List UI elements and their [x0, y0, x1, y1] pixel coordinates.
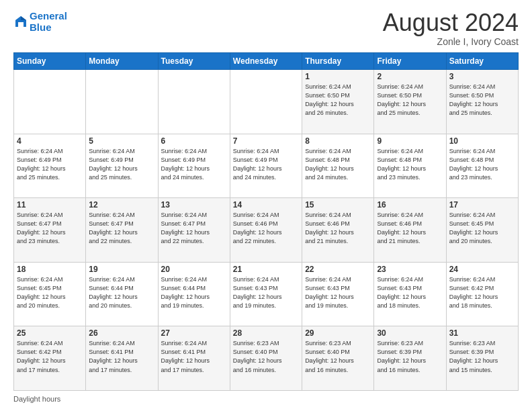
calendar-day-header: Monday	[86, 53, 158, 70]
day-info: Sunrise: 6:24 AM Sunset: 6:47 PM Dayligh…	[89, 211, 154, 246]
day-info: Sunrise: 6:24 AM Sunset: 6:50 PM Dayligh…	[449, 83, 515, 118]
day-number: 30	[377, 328, 443, 338]
day-info: Sunrise: 6:24 AM Sunset: 6:43 PM Dayligh…	[305, 275, 371, 310]
day-info: Sunrise: 6:24 AM Sunset: 6:46 PM Dayligh…	[305, 211, 371, 246]
day-info: Sunrise: 6:24 AM Sunset: 6:42 PM Dayligh…	[17, 339, 83, 374]
day-info: Sunrise: 6:24 AM Sunset: 6:43 PM Dayligh…	[377, 275, 443, 310]
calendar-cell: 4Sunrise: 6:24 AM Sunset: 6:49 PM Daylig…	[14, 134, 86, 198]
day-number: 19	[89, 265, 154, 274]
calendar-cell: 13Sunrise: 6:24 AM Sunset: 6:47 PM Dayli…	[158, 198, 230, 263]
calendar-cell	[230, 70, 302, 134]
svg-marker-1	[21, 16, 26, 20]
calendar-cell: 30Sunrise: 6:23 AM Sunset: 6:39 PM Dayli…	[374, 326, 446, 391]
calendar-cell	[86, 70, 158, 134]
calendar-cell	[14, 70, 86, 134]
calendar-cell: 20Sunrise: 6:24 AM Sunset: 6:44 PM Dayli…	[158, 262, 230, 326]
calendar-day-header: Friday	[374, 53, 446, 70]
calendar-cell: 31Sunrise: 6:23 AM Sunset: 6:39 PM Dayli…	[446, 326, 518, 391]
day-info: Sunrise: 6:24 AM Sunset: 6:44 PM Dayligh…	[161, 275, 227, 310]
day-number: 1	[305, 72, 371, 81]
calendar-day-header: Sunday	[14, 53, 86, 70]
calendar-day-header: Thursday	[302, 53, 374, 70]
calendar-cell: 29Sunrise: 6:23 AM Sunset: 6:40 PM Dayli…	[302, 326, 374, 391]
day-number: 10	[449, 136, 515, 146]
calendar-cell: 21Sunrise: 6:24 AM Sunset: 6:43 PM Dayli…	[230, 262, 302, 326]
day-number: 3	[449, 72, 515, 81]
day-number: 2	[377, 72, 443, 81]
calendar-cell: 11Sunrise: 6:24 AM Sunset: 6:47 PM Dayli…	[14, 198, 86, 263]
calendar-day-header: Tuesday	[158, 53, 230, 70]
day-info: Sunrise: 6:24 AM Sunset: 6:49 PM Dayligh…	[233, 147, 299, 182]
calendar-week-row: 4Sunrise: 6:24 AM Sunset: 6:49 PM Daylig…	[14, 134, 519, 198]
day-number: 9	[377, 136, 443, 146]
day-number: 20	[161, 265, 227, 274]
svg-rect-2	[18, 22, 24, 27]
day-number: 21	[233, 265, 299, 274]
calendar-cell: 17Sunrise: 6:24 AM Sunset: 6:45 PM Dayli…	[446, 198, 518, 263]
day-number: 6	[161, 136, 227, 146]
day-number: 29	[305, 328, 371, 338]
calendar-cell: 7Sunrise: 6:24 AM Sunset: 6:49 PM Daylig…	[230, 134, 302, 198]
calendar-cell: 16Sunrise: 6:24 AM Sunset: 6:46 PM Dayli…	[374, 198, 446, 263]
day-info: Sunrise: 6:24 AM Sunset: 6:41 PM Dayligh…	[161, 339, 227, 374]
day-number: 31	[449, 328, 515, 338]
footer: Daylight hours	[13, 395, 519, 403]
page: General Blue August 2024 Zonle I, Ivory …	[0, 0, 532, 411]
daylight-hours-label: Daylight hours	[13, 395, 60, 403]
calendar-cell: 25Sunrise: 6:24 AM Sunset: 6:42 PM Dayli…	[14, 326, 86, 391]
day-number: 18	[17, 265, 83, 274]
day-info: Sunrise: 6:23 AM Sunset: 6:40 PM Dayligh…	[305, 339, 371, 374]
day-info: Sunrise: 6:23 AM Sunset: 6:40 PM Dayligh…	[233, 339, 299, 374]
day-number: 15	[305, 200, 371, 210]
day-number: 14	[233, 200, 299, 210]
calendar-cell	[158, 70, 230, 134]
day-info: Sunrise: 6:24 AM Sunset: 6:42 PM Dayligh…	[449, 275, 515, 310]
day-info: Sunrise: 6:24 AM Sunset: 6:49 PM Dayligh…	[17, 147, 83, 182]
day-info: Sunrise: 6:24 AM Sunset: 6:41 PM Dayligh…	[89, 339, 154, 374]
day-info: Sunrise: 6:24 AM Sunset: 6:49 PM Dayligh…	[89, 147, 154, 182]
calendar-cell: 28Sunrise: 6:23 AM Sunset: 6:40 PM Dayli…	[230, 326, 302, 391]
day-info: Sunrise: 6:24 AM Sunset: 6:48 PM Dayligh…	[305, 147, 371, 182]
day-info: Sunrise: 6:23 AM Sunset: 6:39 PM Dayligh…	[449, 339, 515, 374]
calendar-cell: 27Sunrise: 6:24 AM Sunset: 6:41 PM Dayli…	[158, 326, 230, 391]
day-number: 26	[89, 328, 154, 338]
calendar-week-row: 25Sunrise: 6:24 AM Sunset: 6:42 PM Dayli…	[14, 326, 519, 391]
logo-general: General	[30, 10, 67, 21]
logo-blue: Blue	[30, 21, 52, 33]
calendar-cell: 5Sunrise: 6:24 AM Sunset: 6:49 PM Daylig…	[86, 134, 158, 198]
day-number: 5	[89, 136, 154, 146]
day-info: Sunrise: 6:24 AM Sunset: 6:47 PM Dayligh…	[161, 211, 227, 246]
calendar-cell: 26Sunrise: 6:24 AM Sunset: 6:41 PM Dayli…	[86, 326, 158, 391]
calendar-cell: 8Sunrise: 6:24 AM Sunset: 6:48 PM Daylig…	[302, 134, 374, 198]
calendar-week-row: 1Sunrise: 6:24 AM Sunset: 6:50 PM Daylig…	[14, 70, 519, 134]
day-number: 17	[449, 200, 515, 210]
day-number: 12	[89, 200, 154, 210]
day-number: 27	[161, 328, 227, 338]
day-info: Sunrise: 6:24 AM Sunset: 6:44 PM Dayligh…	[89, 275, 154, 310]
day-info: Sunrise: 6:24 AM Sunset: 6:49 PM Dayligh…	[161, 147, 227, 182]
calendar-cell: 10Sunrise: 6:24 AM Sunset: 6:48 PM Dayli…	[446, 134, 518, 198]
logo-icon	[13, 15, 28, 30]
day-info: Sunrise: 6:24 AM Sunset: 6:45 PM Dayligh…	[449, 211, 515, 246]
calendar-day-header: Saturday	[446, 53, 518, 70]
day-info: Sunrise: 6:24 AM Sunset: 6:50 PM Dayligh…	[305, 83, 371, 118]
day-number: 25	[17, 328, 83, 338]
calendar-cell: 19Sunrise: 6:24 AM Sunset: 6:44 PM Dayli…	[86, 262, 158, 326]
calendar-cell: 2Sunrise: 6:24 AM Sunset: 6:50 PM Daylig…	[374, 70, 446, 134]
day-info: Sunrise: 6:24 AM Sunset: 6:43 PM Dayligh…	[233, 275, 299, 310]
calendar-cell: 6Sunrise: 6:24 AM Sunset: 6:49 PM Daylig…	[158, 134, 230, 198]
calendar-cell: 12Sunrise: 6:24 AM Sunset: 6:47 PM Dayli…	[86, 198, 158, 263]
day-info: Sunrise: 6:23 AM Sunset: 6:39 PM Dayligh…	[377, 339, 443, 374]
calendar-cell: 14Sunrise: 6:24 AM Sunset: 6:46 PM Dayli…	[230, 198, 302, 263]
day-number: 4	[17, 136, 83, 146]
day-info: Sunrise: 6:24 AM Sunset: 6:46 PM Dayligh…	[233, 211, 299, 246]
calendar-cell: 9Sunrise: 6:24 AM Sunset: 6:48 PM Daylig…	[374, 134, 446, 198]
calendar-cell: 15Sunrise: 6:24 AM Sunset: 6:46 PM Dayli…	[302, 198, 374, 263]
calendar-cell: 18Sunrise: 6:24 AM Sunset: 6:45 PM Dayli…	[14, 262, 86, 326]
day-number: 22	[305, 265, 371, 274]
day-number: 13	[161, 200, 227, 210]
location: Zonle I, Ivory Coast	[383, 36, 519, 47]
day-info: Sunrise: 6:24 AM Sunset: 6:47 PM Dayligh…	[17, 211, 83, 246]
day-number: 28	[233, 328, 299, 338]
day-number: 24	[449, 265, 515, 274]
